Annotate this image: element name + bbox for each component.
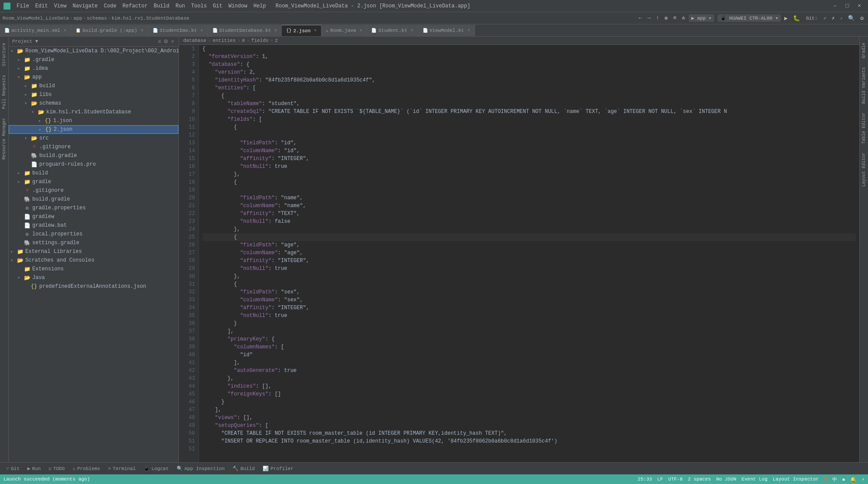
tree-item[interactable]: {}predefinedExternalAnnotations.json bbox=[9, 282, 178, 291]
tab-build-gradle---app-[interactable]: 📋build.gradle (:app)× bbox=[71, 25, 148, 36]
tree-collapse-all[interactable]: ≡ bbox=[157, 38, 162, 44]
build-variants-tab[interactable]: Build Variants bbox=[861, 65, 867, 106]
nav-forward[interactable]: → bbox=[646, 14, 653, 22]
tab-close-btn[interactable]: × bbox=[410, 28, 413, 33]
bottom-tab-todo[interactable]: ☑TODO bbox=[45, 465, 68, 472]
nav-up[interactable]: ↑ bbox=[654, 14, 661, 22]
git-cross[interactable]: ✗ bbox=[830, 14, 837, 22]
line-ending[interactable]: LF bbox=[657, 477, 663, 482]
cursor-position[interactable]: 25:33 bbox=[638, 477, 652, 482]
nav-menu[interactable]: ≡ bbox=[671, 14, 678, 22]
tree-item[interactable]: ⑂.gitignore bbox=[9, 186, 178, 195]
menu-item-build[interactable]: Build bbox=[151, 2, 172, 10]
tab-activity-main-xml[interactable]: 📄activity_main.xml× bbox=[0, 25, 71, 36]
tree-item[interactable]: ▸📁.gradle bbox=[9, 55, 178, 64]
menu-item-refactor[interactable]: Refactor bbox=[120, 2, 150, 10]
device-selector[interactable]: 📱 HUAWEI CTR-AL00 ▾ bbox=[718, 14, 781, 22]
tree-item[interactable]: ⑂.gitignore bbox=[9, 143, 178, 151]
git-update[interactable]: ↗ bbox=[838, 14, 845, 22]
bottom-tab-profiler[interactable]: 📊Profiler bbox=[259, 465, 297, 472]
tree-item[interactable]: ▾📂app bbox=[9, 73, 178, 82]
tree-item[interactable]: ▸📁gradle bbox=[9, 177, 178, 186]
pull-requests-tab[interactable]: Pull Requests bbox=[1, 72, 7, 112]
tab-viewmodel-kt[interactable]: 📄ViewModel.kt× bbox=[418, 25, 475, 36]
tab-studentdatabase-kt[interactable]: 📄StudentDatabase.kt× bbox=[208, 25, 282, 36]
tree-item[interactable]: ▸📁External Libraries bbox=[9, 247, 178, 256]
tree-item[interactable]: 📄gradlew.bat bbox=[9, 221, 178, 230]
menu-item-window[interactable]: Window bbox=[226, 2, 250, 10]
tree-item[interactable]: ▾📂Java bbox=[9, 273, 178, 282]
menu-item-help[interactable]: Help bbox=[251, 2, 269, 10]
tab-room-java[interactable]: ☕Room.java× bbox=[321, 25, 367, 36]
code-content[interactable]: { "formatVersion": 1, "database": { "ver… bbox=[199, 45, 859, 462]
debug-btn[interactable]: 🐛 bbox=[791, 14, 802, 23]
tree-close[interactable]: × bbox=[170, 38, 175, 44]
close-button[interactable]: × bbox=[854, 2, 865, 10]
tab-close-btn[interactable]: × bbox=[359, 28, 362, 33]
tab-close-btn[interactable]: × bbox=[64, 28, 66, 33]
tree-item[interactable]: ▾📂kim.hsl.rv1.StudentDatabase bbox=[9, 108, 178, 116]
tree-item[interactable]: ▸📁build bbox=[9, 169, 178, 177]
tree-item[interactable]: 🐘build.gradle bbox=[9, 151, 178, 160]
layout-inspector[interactable]: Layout Inspector bbox=[773, 477, 819, 482]
tab-student-kt[interactable]: 📄Student.kt× bbox=[367, 25, 418, 36]
tab-close-btn[interactable]: × bbox=[314, 28, 317, 33]
bottom-tab-problems[interactable]: ⚠Problems bbox=[69, 465, 103, 472]
menu-item-tools[interactable]: Tools bbox=[188, 2, 209, 10]
bottom-tab-logcat[interactable]: 📱Logcat bbox=[140, 465, 172, 472]
layout-editor-tab[interactable]: Layout Editor bbox=[861, 150, 867, 189]
tree-item[interactable]: ▸{}1.json bbox=[9, 116, 178, 125]
power-save[interactable]: ✱ bbox=[842, 477, 845, 482]
code-editor[interactable]: 1234567891011121314151617181920212223242… bbox=[179, 45, 859, 462]
search-everywhere[interactable]: 🔍 bbox=[846, 14, 857, 23]
tree-item[interactable]: ▸📁.idea bbox=[9, 64, 178, 73]
tree-item[interactable]: ⚙local.properties bbox=[9, 230, 178, 239]
tree-item[interactable]: 📄gradlew bbox=[9, 212, 178, 221]
menu-item-view[interactable]: View bbox=[51, 2, 69, 10]
bottom-tab-build[interactable]: 🔨Build bbox=[229, 465, 258, 472]
tree-item[interactable]: ▾📂src bbox=[9, 134, 178, 143]
menu-item-run[interactable]: Run bbox=[173, 2, 188, 10]
tree-item[interactable]: 🐘build.gradle bbox=[9, 195, 178, 204]
app-selector[interactable]: ▶ app ▾ bbox=[689, 14, 714, 22]
git-check[interactable]: ✓ bbox=[822, 14, 828, 22]
tab-close-btn[interactable]: × bbox=[141, 28, 144, 33]
bottom-tab-app-inspection[interactable]: 🔍App Inspection bbox=[173, 465, 228, 472]
tab-2-json[interactable]: {}2.json× bbox=[282, 25, 321, 36]
tree-item[interactable]: ▸📁build bbox=[9, 82, 178, 90]
minimize-button[interactable]: – bbox=[830, 2, 841, 10]
bottom-tab-run[interactable]: ▶Run bbox=[24, 465, 44, 472]
bottom-tab-git[interactable]: ⑂Git bbox=[3, 465, 23, 472]
nav-settings[interactable]: ≐ bbox=[680, 14, 687, 23]
bottom-tab-terminal[interactable]: >Terminal bbox=[105, 465, 139, 472]
table-editor-tab[interactable]: Table Editor bbox=[861, 110, 867, 147]
notification-bell[interactable]: 🔔 bbox=[850, 477, 856, 482]
menu-item-git[interactable]: Git bbox=[210, 2, 225, 10]
tab-studentdao-kt[interactable]: 📄StudentDao.kt× bbox=[148, 25, 208, 36]
menu-item-edit[interactable]: Edit bbox=[33, 2, 51, 10]
tree-item[interactable]: ▾📂Room_ViewModel_LiveData D:\002_Project… bbox=[9, 47, 178, 55]
tree-item[interactable]: 🐘settings.gradle bbox=[9, 239, 178, 247]
project-label[interactable]: Project ▼ bbox=[12, 39, 38, 44]
tree-settings[interactable]: ⚙ bbox=[163, 38, 169, 44]
event-log[interactable]: Event Log bbox=[742, 477, 767, 482]
menu-item-navigate[interactable]: Navigate bbox=[70, 2, 100, 10]
file-charset[interactable]: UTF-8 bbox=[668, 477, 683, 482]
menu-item-file[interactable]: File bbox=[14, 2, 32, 10]
tree-item[interactable]: ▸{}2.json bbox=[9, 125, 178, 134]
resource-manager-tab[interactable]: Resource Manager bbox=[1, 115, 7, 162]
tree-item[interactable]: ▾📂Scratches and Consoles bbox=[9, 256, 178, 265]
gradle-tab[interactable]: Gradle bbox=[861, 40, 867, 61]
tree-item[interactable]: ⚙gradle.properties bbox=[9, 204, 178, 212]
git-status-icon[interactable]: ⚡ bbox=[861, 477, 865, 482]
tab-close-btn[interactable]: × bbox=[468, 28, 470, 33]
file-format[interactable]: No JSON bbox=[716, 477, 736, 482]
tab-close-btn[interactable]: × bbox=[274, 28, 277, 33]
nav-back[interactable]: ← bbox=[637, 14, 644, 22]
tree-item[interactable]: ▸📁libs bbox=[9, 90, 178, 99]
maximize-button[interactable]: □ bbox=[842, 2, 852, 10]
tree-item[interactable]: 📁Extensions bbox=[9, 265, 178, 273]
menu-item-code[interactable]: Code bbox=[101, 2, 119, 10]
settings-gear[interactable]: ⚙ bbox=[858, 14, 865, 23]
tree-item[interactable]: 📄proguard-rules.pro bbox=[9, 160, 178, 169]
